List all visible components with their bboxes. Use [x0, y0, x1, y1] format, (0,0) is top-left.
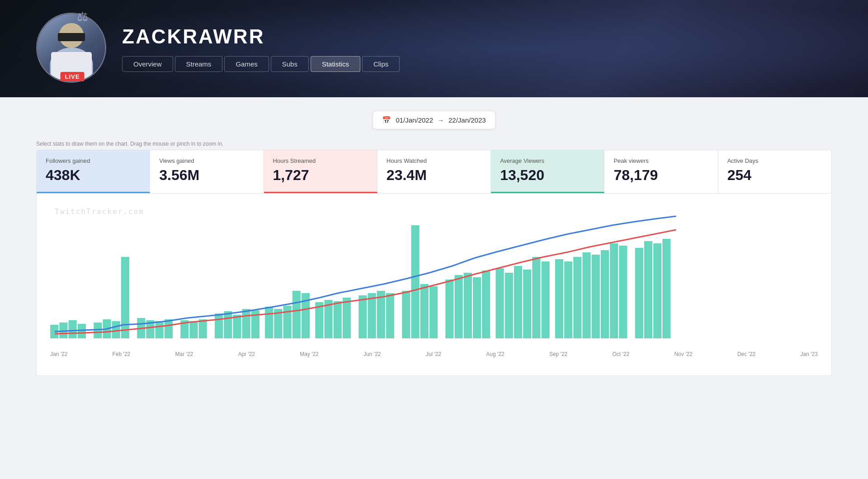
- svg-rect-14: [199, 319, 207, 338]
- x-axis-labels: Jan '22 Feb '22 Mar '22 Apr '22 May '22 …: [46, 351, 822, 357]
- date-arrow-icon: →: [438, 117, 444, 124]
- avatar-person-shape: [38, 14, 105, 81]
- avatar-wrapper: LIVE: [36, 13, 108, 85]
- header-info: ZACKRAWRR Overview Streams Games Subs St…: [122, 25, 400, 72]
- x-label-feb22: Feb '22: [113, 351, 131, 357]
- svg-rect-39: [464, 273, 472, 338]
- stats-instruction: Select stats to draw them on the chart. …: [36, 141, 832, 147]
- svg-rect-30: [368, 293, 376, 338]
- svg-rect-32: [386, 293, 394, 338]
- stat-card-views-gained[interactable]: Views gained 3.56M: [150, 150, 264, 193]
- x-label-aug22: Aug '22: [486, 351, 504, 357]
- svg-rect-28: [343, 298, 351, 338]
- stat-card-hours-watched[interactable]: Hours Watched 23.4M: [377, 150, 491, 193]
- svg-rect-59: [662, 239, 670, 338]
- svg-rect-6: [112, 321, 120, 338]
- stat-card-average-viewers[interactable]: Average Viewers 13,520: [491, 150, 604, 193]
- tab-streams[interactable]: Streams: [175, 56, 223, 72]
- scale-icon: ⚖: [77, 9, 88, 24]
- x-label-jan23: Jan '23: [801, 351, 818, 357]
- svg-rect-42: [495, 268, 504, 338]
- date-range-picker[interactable]: 📅 01/Jan/2022 → 22/Jan/2023: [373, 111, 495, 129]
- tab-games[interactable]: Games: [224, 56, 269, 72]
- streamer-name: ZACKRAWRR: [122, 25, 400, 48]
- date-range-wrapper: 📅 01/Jan/2022 → 22/Jan/2023: [36, 111, 832, 129]
- stat-card-active-days[interactable]: Active Days 254: [718, 150, 831, 193]
- svg-rect-29: [359, 295, 367, 338]
- svg-rect-22: [283, 306, 292, 338]
- x-label-may22: May '22: [300, 351, 319, 357]
- x-label-nov22: Nov '22: [674, 351, 692, 357]
- svg-rect-18: [242, 309, 250, 338]
- x-label-oct22: Oct '22: [612, 351, 629, 357]
- chart-svg: [46, 203, 822, 347]
- x-label-jan22: Jan '22: [50, 351, 67, 357]
- stat-label-average-viewers: Average Viewers: [500, 157, 595, 164]
- svg-rect-51: [582, 252, 590, 338]
- svg-rect-7: [121, 257, 129, 338]
- svg-rect-38: [454, 275, 462, 338]
- stat-label-followers-gained: Followers gained: [46, 157, 141, 164]
- date-start: 01/Jan/2022: [396, 116, 433, 124]
- x-label-mar22: Mar '22: [175, 351, 193, 357]
- svg-rect-3: [78, 324, 86, 338]
- svg-rect-50: [573, 257, 581, 338]
- svg-rect-34: [411, 225, 419, 338]
- stat-label-hours-watched: Hours Watched: [387, 157, 481, 164]
- svg-rect-13: [189, 321, 198, 338]
- svg-rect-36: [429, 286, 438, 338]
- svg-rect-57: [644, 241, 652, 338]
- svg-rect-41: [482, 270, 490, 338]
- svg-rect-52: [592, 255, 600, 338]
- svg-rect-53: [601, 250, 609, 338]
- tab-overview[interactable]: Overview: [122, 56, 173, 72]
- svg-rect-48: [555, 259, 563, 338]
- svg-rect-20: [265, 307, 273, 338]
- stat-label-hours-streamed: Hours Streamed: [273, 157, 368, 164]
- nav-tabs: Overview Streams Games Subs Statistics C…: [122, 56, 400, 72]
- stat-label-active-days: Active Days: [727, 157, 822, 164]
- x-label-jul22: Jul '22: [426, 351, 441, 357]
- stat-value-average-viewers: 13,520: [500, 167, 595, 184]
- svg-rect-40: [473, 277, 481, 338]
- svg-rect-43: [505, 273, 513, 338]
- stat-card-peak-viewers[interactable]: Peak viewers 78,179: [604, 150, 718, 193]
- svg-rect-55: [619, 246, 627, 338]
- chart-area[interactable]: TwitchTracker.com: [36, 194, 832, 376]
- svg-rect-33: [402, 291, 410, 338]
- stat-card-followers-gained[interactable]: Followers gained 438K: [37, 150, 150, 193]
- svg-rect-4: [94, 322, 102, 338]
- svg-rect-56: [635, 248, 643, 338]
- header-banner: LIVE ⚖ ZACKRAWRR Overview Streams Games …: [0, 0, 868, 97]
- x-label-jun22: Jun '22: [363, 351, 381, 357]
- avatar-image: [38, 14, 105, 81]
- stats-cards: Followers gained 438K Views gained 3.56M…: [36, 150, 832, 194]
- svg-rect-27: [334, 301, 342, 338]
- x-label-apr22: Apr '22: [238, 351, 255, 357]
- svg-rect-58: [653, 243, 661, 338]
- svg-rect-23: [292, 291, 301, 338]
- svg-rect-54: [610, 243, 618, 338]
- svg-rect-44: [514, 266, 522, 338]
- svg-rect-15: [215, 313, 223, 338]
- svg-rect-45: [523, 270, 531, 338]
- stat-card-hours-streamed[interactable]: Hours Streamed 1,727: [264, 150, 377, 193]
- x-label-sep22: Sep '22: [549, 351, 567, 357]
- tab-clips[interactable]: Clips: [362, 56, 400, 72]
- svg-rect-35: [420, 284, 429, 338]
- stat-value-followers-gained: 438K: [46, 167, 141, 184]
- stat-value-hours-watched: 23.4M: [387, 167, 481, 184]
- stat-value-active-days: 254: [727, 167, 822, 184]
- svg-rect-37: [445, 280, 453, 338]
- calendar-icon: 📅: [382, 116, 391, 124]
- x-label-dec22: Dec '22: [737, 351, 755, 357]
- stat-value-peak-viewers: 78,179: [613, 167, 708, 184]
- stat-label-views-gained: Views gained: [159, 157, 254, 164]
- svg-rect-2: [69, 320, 77, 338]
- svg-rect-49: [564, 261, 572, 338]
- date-end: 22/Jan/2023: [448, 116, 486, 124]
- glasses-shape: [58, 33, 85, 41]
- stat-label-peak-viewers: Peak viewers: [613, 157, 708, 164]
- tab-subs[interactable]: Subs: [271, 56, 309, 72]
- tab-statistics[interactable]: Statistics: [311, 56, 360, 72]
